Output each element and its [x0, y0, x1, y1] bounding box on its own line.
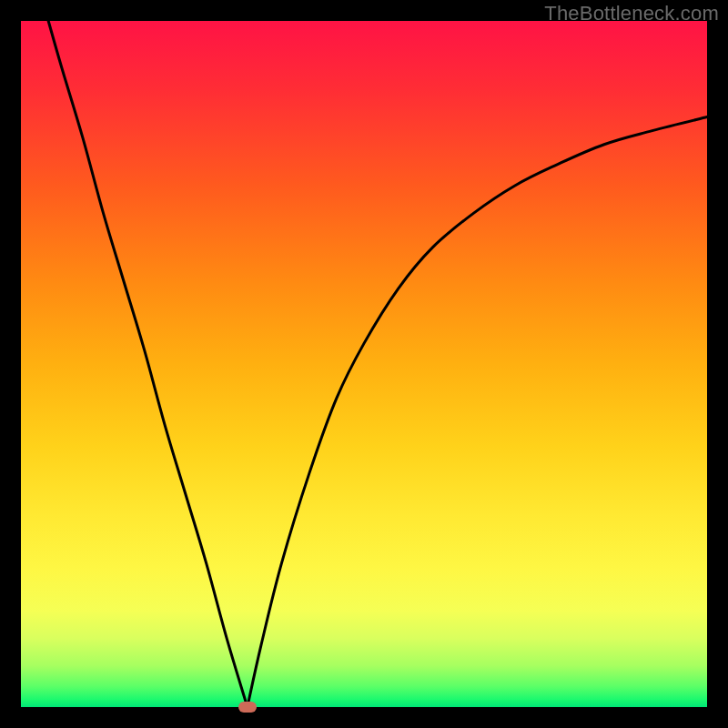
curve-left-branch [48, 21, 248, 707]
minimum-marker [238, 702, 257, 713]
plot-area [21, 21, 707, 707]
chart-frame: TheBottleneck.com [0, 0, 728, 728]
curve-right-branch [248, 117, 707, 707]
watermark-text: TheBottleneck.com [544, 2, 719, 25]
curve-svg [21, 21, 707, 707]
